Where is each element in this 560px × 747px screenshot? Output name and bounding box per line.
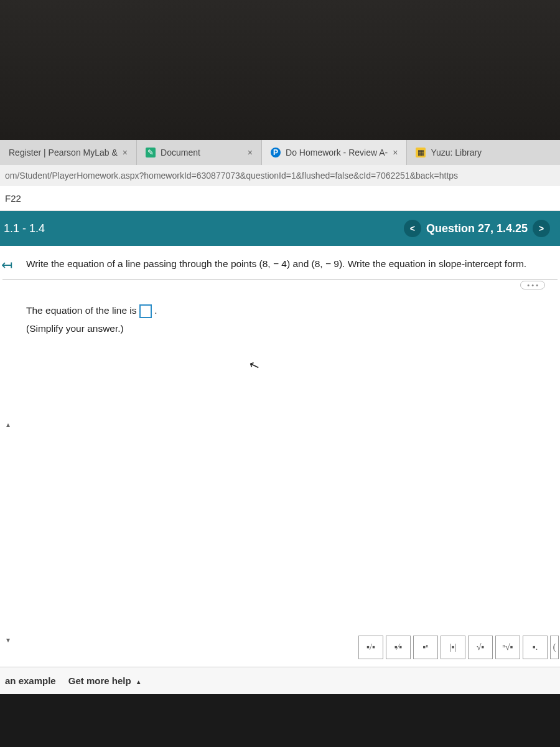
tab-label: Register | Pearson MyLab & (9, 148, 118, 157)
fraction-tool[interactable]: ▪/▪ (358, 636, 383, 659)
next-question-button[interactable]: > (533, 220, 550, 237)
tab-pearson[interactable]: Register | Pearson MyLab & × (0, 140, 137, 165)
exponent-tool[interactable]: ▪ⁿ (413, 636, 438, 659)
simplify-hint: (Simplify your answer.) (26, 321, 550, 337)
get-more-help-label: Get more help (68, 675, 131, 686)
subscript-tool[interactable]: ▪. (523, 636, 548, 659)
document-icon: ✎ (146, 148, 156, 157)
url-text: om/Student/PlayerHomework.aspx?homeworkI… (5, 171, 458, 181)
tab-document[interactable]: ✎ Document × (137, 140, 262, 165)
nth-root-tool[interactable]: ⁿ√▪ (495, 636, 520, 659)
cursor-icon: ↖ (246, 357, 261, 374)
content-area: ↤ Write the equation of a line passing t… (0, 246, 560, 694)
url-bar[interactable]: om/Student/PlayerHomework.aspx?homeworkI… (0, 165, 560, 186)
pearson-icon: P (271, 148, 281, 157)
photo-background (0, 0, 560, 140)
question-prompt: Write the equation of a line passing thr… (2, 256, 558, 280)
tab-homework[interactable]: P Do Homework - Review A- × (262, 140, 407, 165)
tab-yuzu[interactable]: ▦ Yuzu: Library (407, 140, 490, 165)
more-tool[interactable]: ( (550, 636, 559, 659)
tab-label: Yuzu: Library (431, 148, 482, 157)
close-icon[interactable]: × (393, 148, 398, 157)
math-toolbox: ▪/▪ ▪⁄▪ ▪ⁿ |▪| √▪ ⁿ√▪ ▪. ( (358, 636, 560, 659)
close-icon[interactable]: × (248, 148, 253, 157)
browser-window: Register | Pearson MyLab & × ✎ Document … (0, 140, 560, 694)
section-bar: 1.1 - 1.4 < Question 27, 1.4.25 > (0, 211, 560, 246)
answer-area: The equation of the line is . (Simplify … (2, 290, 558, 337)
more-options-button[interactable]: • • • (520, 281, 545, 289)
answer-suffix: . (154, 305, 157, 316)
caret-up-icon: ▲ (136, 679, 142, 685)
get-more-help-button[interactable]: Get more help ▲ (68, 675, 142, 686)
tab-label: Document (161, 148, 200, 157)
footer-bar: an example Get more help ▲ (0, 667, 560, 694)
answer-input[interactable] (139, 304, 152, 318)
yuzu-icon: ▦ (416, 148, 426, 157)
answer-prefix: The equation of the line is (26, 305, 139, 316)
prev-question-button[interactable]: < (404, 220, 421, 237)
tab-strip: Register | Pearson MyLab & × ✎ Document … (0, 140, 560, 165)
sqrt-tool[interactable]: √▪ (468, 636, 493, 659)
close-icon[interactable]: × (123, 148, 128, 157)
mixed-fraction-tool[interactable]: ▪⁄▪ (386, 636, 411, 659)
back-arrow-icon[interactable]: ↤ (1, 257, 12, 273)
section-range: 1.1 - 1.4 (2, 222, 45, 235)
tab-label: Do Homework - Review A- (286, 148, 388, 157)
example-link[interactable]: an example (5, 675, 56, 686)
absolute-value-tool[interactable]: |▪| (441, 636, 465, 659)
scroll-up-icon[interactable]: ▴ (6, 420, 10, 429)
scroll-down-icon[interactable]: ▾ (6, 636, 10, 644)
page-header: F22 (0, 186, 560, 211)
course-code: F22 (5, 193, 21, 204)
question-label: Question 27, 1.4.25 (426, 222, 528, 235)
